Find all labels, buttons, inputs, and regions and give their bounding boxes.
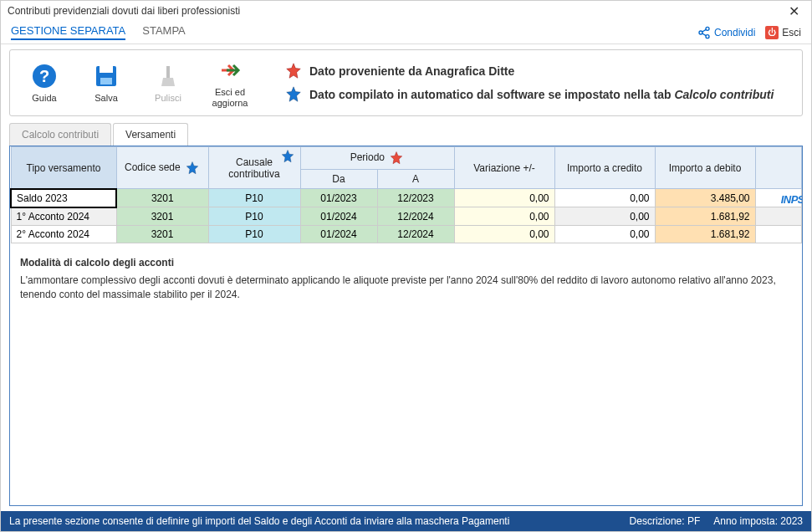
th-tipo: Tipo versamento bbox=[11, 147, 116, 189]
table-row[interactable]: 2° Acconto 20243201P1001/202412/20240,00… bbox=[11, 225, 802, 243]
cell-debito: 3.485,00 bbox=[655, 189, 755, 207]
cell-a: 12/2024 bbox=[377, 225, 454, 243]
toolbar: ? Guida Salva Pulisci Esci ed aggiorna D… bbox=[9, 49, 803, 116]
cell-credito: 0,00 bbox=[554, 207, 655, 226]
menubar: GESTIONE SEPARATA STAMPA Condividi ⏻ Esc… bbox=[1, 21, 811, 44]
esci-aggiorna-label: Esci ed aggiorna bbox=[212, 87, 248, 109]
cell-variazione[interactable]: 0,00 bbox=[454, 225, 554, 243]
cell-variazione[interactable]: 0,00 bbox=[454, 207, 554, 226]
th-codice: Codice sede bbox=[116, 147, 208, 189]
status-descrizione: Descrizione: PF bbox=[630, 515, 701, 527]
share-label: Condividi bbox=[714, 27, 755, 38]
cell-spacer bbox=[755, 207, 802, 226]
share-icon bbox=[697, 26, 711, 39]
notes: Modalità di calcolo degli acconti L'ammo… bbox=[10, 243, 802, 315]
cell-tipo: 1° Acconto 2024 bbox=[11, 207, 116, 226]
th-spacer bbox=[755, 147, 802, 189]
tabs: Calcolo contributi Versamenti bbox=[1, 123, 811, 146]
legend-red-text: Dato proveniente da Anagrafica Ditte bbox=[309, 64, 514, 78]
th-credito: Importo a credito bbox=[554, 147, 655, 189]
legend: Dato proveniente da Anagrafica Ditte Dat… bbox=[284, 62, 774, 104]
pulisci-label: Pulisci bbox=[155, 93, 181, 104]
th-causale: Causale contributiva bbox=[208, 147, 300, 189]
svg-point-1 bbox=[699, 31, 702, 34]
table-row[interactable]: Saldo 20233201P1001/202312/20230,000,003… bbox=[11, 189, 802, 207]
cell-tipo: Saldo 2023 bbox=[11, 189, 116, 207]
arrow-right-icon bbox=[217, 57, 243, 84]
help-icon: ? bbox=[31, 63, 58, 90]
cell-da: 01/2024 bbox=[300, 207, 377, 226]
th-variazione: Variazione +/- bbox=[454, 147, 554, 189]
close-button[interactable]: ✕ bbox=[784, 3, 804, 19]
cell-da: 01/2024 bbox=[300, 225, 377, 243]
cell-codice: 3201 bbox=[116, 225, 208, 243]
svg-text:?: ? bbox=[39, 67, 49, 85]
esci-aggiorna-button[interactable]: Esci ed aggiorna bbox=[209, 57, 251, 109]
svg-rect-8 bbox=[100, 66, 113, 73]
table-row[interactable]: 1° Acconto 20243201P1001/202412/20240,00… bbox=[11, 207, 802, 226]
guida-label: Guida bbox=[32, 93, 56, 104]
pulisci-button[interactable]: Pulisci bbox=[147, 63, 189, 104]
guida-button[interactable]: ? Guida bbox=[23, 63, 65, 104]
cell-credito: 0,00 bbox=[554, 189, 655, 207]
svg-line-3 bbox=[702, 29, 707, 32]
th-debito: Importo a debito bbox=[655, 147, 755, 189]
th-da: Da bbox=[300, 170, 377, 189]
th-periodo: Periodo bbox=[300, 147, 454, 170]
legend-blue: Dato compilato in automatico dal softwar… bbox=[284, 85, 774, 104]
cell-a: 12/2023 bbox=[377, 189, 454, 207]
svg-point-2 bbox=[706, 34, 709, 38]
salva-label: Salva bbox=[94, 93, 118, 104]
status-left: La presente sezione consente di definire… bbox=[9, 515, 509, 527]
menu-gestione-separata[interactable]: GESTIONE SEPARATA bbox=[11, 24, 125, 40]
menu-stampa[interactable]: STAMPA bbox=[142, 24, 186, 40]
star-red-icon bbox=[389, 151, 404, 166]
cell-codice: 3201 bbox=[116, 189, 208, 207]
brush-icon bbox=[155, 63, 181, 90]
save-icon bbox=[93, 63, 120, 90]
notes-body: L'ammontare complessivo degli acconti do… bbox=[20, 274, 792, 302]
cell-codice: 3201 bbox=[116, 207, 208, 226]
salva-button[interactable]: Salva bbox=[85, 63, 127, 104]
menu-left: GESTIONE SEPARATA STAMPA bbox=[11, 24, 186, 40]
star-blue-icon bbox=[185, 161, 200, 176]
svg-line-4 bbox=[702, 33, 707, 36]
statusbar: La presente sezione consente di definire… bbox=[1, 511, 811, 531]
exit-label: Esci bbox=[782, 27, 801, 38]
window-title: Contributi previdenziali dovuti dai libe… bbox=[8, 5, 240, 17]
cell-da: 01/2023 bbox=[300, 189, 377, 207]
cell-variazione[interactable]: 0,00 bbox=[454, 189, 554, 207]
svg-rect-10 bbox=[166, 66, 170, 78]
content-panel: Tipo versamento Codice sede Causale cont… bbox=[9, 146, 803, 506]
tab-calcolo-contributi[interactable]: Calcolo contributi bbox=[9, 123, 111, 146]
cell-debito: 1.681,92 bbox=[655, 207, 755, 226]
share-button[interactable]: Condividi bbox=[697, 26, 755, 39]
exit-button[interactable]: ⏻ Esci bbox=[765, 26, 801, 39]
th-a: A bbox=[377, 170, 454, 189]
tab-versamenti[interactable]: Versamenti bbox=[113, 123, 188, 146]
cell-causale: P10 bbox=[208, 207, 300, 226]
titlebar: Contributi previdenziali dovuti dai libe… bbox=[1, 1, 811, 21]
inps-badge: INPS bbox=[781, 193, 803, 206]
star-blue-icon bbox=[280, 149, 295, 164]
versamenti-table: Tipo versamento Codice sede Causale cont… bbox=[10, 146, 802, 243]
cell-a: 12/2024 bbox=[377, 207, 454, 226]
legend-red: Dato proveniente da Anagrafica Ditte bbox=[284, 62, 774, 80]
cell-causale: P10 bbox=[208, 225, 300, 243]
cell-spacer bbox=[755, 225, 802, 243]
svg-rect-9 bbox=[100, 78, 112, 84]
cell-credito: 0,00 bbox=[554, 225, 655, 243]
legend-blue-text: Dato compilato in automatico dal softwar… bbox=[309, 88, 774, 101]
cell-debito: 1.681,92 bbox=[655, 225, 755, 243]
cell-tipo: 2° Acconto 2024 bbox=[11, 225, 116, 243]
cell-causale: P10 bbox=[208, 189, 300, 207]
menu-right: Condividi ⏻ Esci bbox=[697, 26, 801, 39]
status-right: Descrizione: PF Anno imposta: 2023 bbox=[630, 515, 803, 527]
status-anno: Anno imposta: 2023 bbox=[713, 515, 803, 527]
notes-title: Modalità di calcolo degli acconti bbox=[20, 257, 792, 269]
star-red-icon bbox=[284, 62, 303, 80]
power-icon: ⏻ bbox=[765, 26, 779, 39]
svg-point-0 bbox=[706, 27, 709, 30]
star-blue-icon bbox=[284, 85, 303, 104]
